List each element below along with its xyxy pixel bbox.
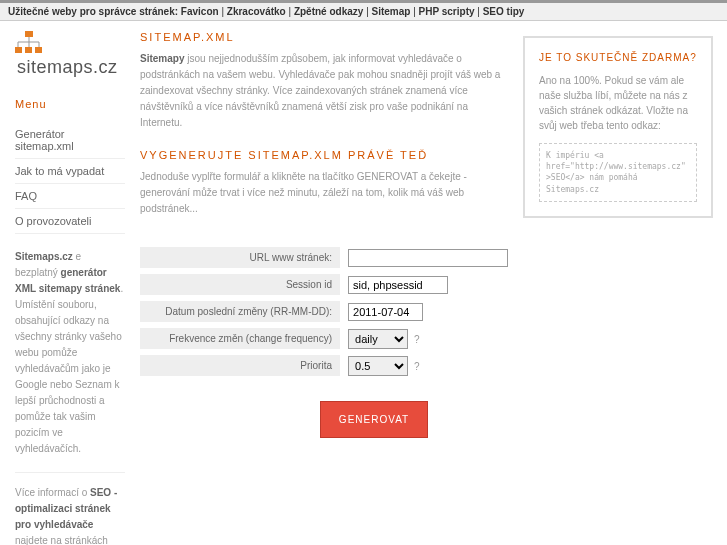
side-text-2: Více informací o SEO - optimalizaci strá… bbox=[15, 485, 125, 545]
date-label: Datum poslední změny (RR-MM-DD): bbox=[140, 301, 340, 322]
svg-rect-3 bbox=[35, 47, 42, 53]
topbar-label: Užitečné weby pro správce stránek: bbox=[8, 6, 178, 17]
topbar-link-seo[interactable]: SEO tipy bbox=[483, 6, 525, 17]
menu-item-faq[interactable]: FAQ bbox=[15, 184, 125, 209]
topbar-link-zkracovatko[interactable]: Zkracovátko bbox=[227, 6, 286, 17]
form: URL www stránek: Session id Datum posled… bbox=[140, 247, 508, 438]
svg-rect-2 bbox=[25, 47, 32, 53]
heading-sitemap: SITEMAP.XML bbox=[140, 31, 508, 43]
menu-item-generator[interactable]: Generátor sitemap.xml bbox=[15, 122, 125, 159]
logo[interactable]: sitemaps.cz bbox=[15, 31, 125, 78]
topbar-link-php[interactable]: PHP scripty bbox=[419, 6, 475, 17]
date-input[interactable] bbox=[348, 303, 423, 321]
topbar: Užitečné weby pro správce stránek: Favic… bbox=[0, 0, 727, 21]
help-icon[interactable]: ? bbox=[414, 334, 420, 345]
sidebar-box: JE TO SKUTEČNĚ ZDARMA? Ano na 100%. Poku… bbox=[523, 36, 713, 218]
topbar-link-favicon[interactable]: Favicon bbox=[181, 6, 219, 17]
sidebar-text: Ano na 100%. Pokud se vám ale naše služb… bbox=[539, 73, 697, 133]
logo-text: sitemaps.cz bbox=[17, 57, 118, 77]
url-input[interactable] bbox=[348, 249, 508, 267]
sitemap-icon bbox=[15, 31, 43, 57]
menu-title: Menu bbox=[15, 98, 125, 110]
help-icon[interactable]: ? bbox=[414, 361, 420, 372]
prio-select[interactable]: 0.5 bbox=[348, 356, 408, 376]
generate-text: Jednoduše vyplřte formulář a klikněte na… bbox=[140, 169, 508, 217]
freq-label: Frekvence změn (change frequency) bbox=[140, 328, 340, 349]
heading-generate: VYGENERUJTE SITEMAP.XLM PRÁVĚ TEĎ bbox=[140, 149, 508, 161]
svg-rect-0 bbox=[25, 31, 33, 37]
intro-text: Sitemapy jsou nejjednodušším způsobem, j… bbox=[140, 51, 508, 131]
freq-select[interactable]: daily bbox=[348, 329, 408, 349]
sidebar-title: JE TO SKUTEČNĚ ZDARMA? bbox=[539, 52, 697, 63]
prio-label: Priorita bbox=[140, 355, 340, 376]
topbar-link-zpetne[interactable]: Zpětné odkazy bbox=[294, 6, 363, 17]
menu-item-provozovatel[interactable]: O provozovateli bbox=[15, 209, 125, 234]
session-input[interactable] bbox=[348, 276, 448, 294]
topbar-link-sitemap[interactable]: Sitemap bbox=[372, 6, 411, 17]
svg-rect-1 bbox=[15, 47, 22, 53]
session-label: Session id bbox=[140, 274, 340, 295]
generate-button[interactable]: GENEROVAT bbox=[320, 401, 428, 438]
divider bbox=[15, 472, 125, 473]
menu-item-jak[interactable]: Jak to má vypadat bbox=[15, 159, 125, 184]
code-snippet: K impériu <a href="http://www.sitemaps.c… bbox=[539, 143, 697, 202]
side-text-1: Sitemaps.cz e bezplatný generátor XML si… bbox=[15, 249, 125, 457]
url-label: URL www stránek: bbox=[140, 247, 340, 268]
